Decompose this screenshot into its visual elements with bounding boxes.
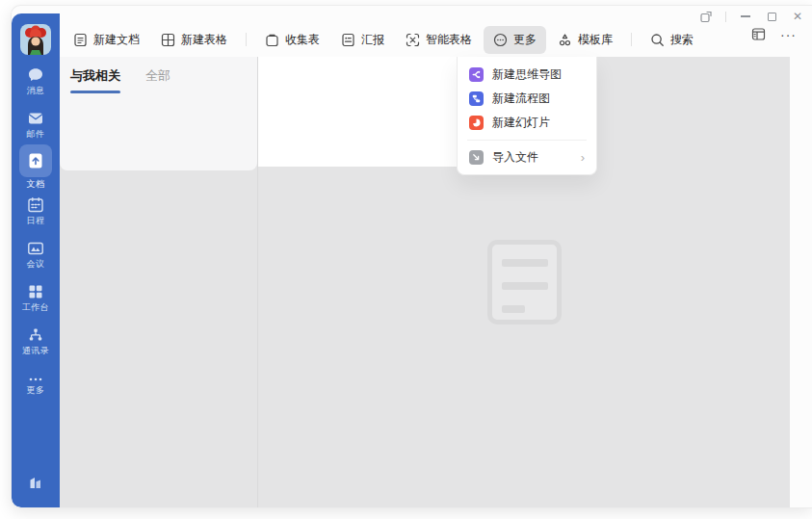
sidebar-item-meetings[interactable]: 会议 — [12, 240, 60, 270]
float-window-icon[interactable] — [699, 10, 713, 23]
tab-label: 全部 — [145, 68, 170, 83]
contacts-icon — [27, 326, 44, 344]
template-library-button[interactable]: 模板库 — [548, 26, 622, 54]
more-label: 更多 — [513, 32, 537, 48]
smart-sheet-label: 智能表格 — [426, 32, 472, 48]
menu-item-new-flowchart[interactable]: 新建流程图 — [458, 87, 596, 111]
new-sheet-label: 新建表格 — [181, 32, 227, 48]
active-tab-underline — [70, 91, 120, 93]
menu-item-label: 新建幻灯片 — [492, 115, 550, 131]
menu-item-import-file[interactable]: 导入文件 › — [458, 145, 596, 169]
document-placeholder-icon — [487, 240, 562, 324]
app-window: ✕ 新建文档 新建表格 收集表 汇报 智能表格 — [11, 5, 812, 508]
mindmap-icon — [469, 67, 484, 82]
report-button[interactable]: 汇报 — [331, 26, 394, 54]
panel-divider — [257, 57, 258, 507]
sidebar-footer[interactable] — [12, 473, 60, 496]
tab-all[interactable]: 全部 — [145, 67, 170, 93]
import-icon — [469, 150, 484, 165]
maximize-button[interactable] — [765, 10, 778, 23]
sidebar-item-label: 邮件 — [12, 129, 60, 140]
toolbar-divider — [246, 33, 247, 46]
sidebar-item-label: 消息 — [12, 86, 60, 96]
menu-item-label: 新建流程图 — [492, 91, 550, 107]
sidebar-item-label: 通讯录 — [12, 346, 60, 356]
report-icon — [341, 33, 355, 47]
doc-list-panel: 与我相关 全部 — [60, 57, 257, 170]
tab-related-to-me[interactable]: 与我相关 — [70, 67, 120, 93]
new-doc-button[interactable]: 新建文档 — [64, 26, 149, 54]
sidebar-item-workbench[interactable]: 工作台 — [12, 283, 60, 313]
active-item-tile — [19, 144, 52, 177]
flowchart-icon — [469, 91, 484, 106]
tab-label: 与我相关 — [70, 68, 120, 83]
sidebar-item-label: 会议 — [12, 259, 60, 270]
close-button[interactable]: ✕ — [791, 10, 804, 23]
sidebar-item-contacts[interactable]: 通讯录 — [12, 326, 60, 356]
more-dropdown-menu: 新建思维导图 新建流程图 新建幻灯片 导入文件 › — [457, 57, 597, 175]
new-doc-label: 新建文档 — [93, 32, 140, 48]
search-label: 搜索 — [670, 32, 694, 48]
menu-item-label: 新建思维导图 — [492, 66, 562, 83]
content-top-strip — [258, 57, 457, 167]
company-icon — [26, 473, 45, 492]
meeting-icon — [27, 240, 44, 257]
new-sheet-button[interactable]: 新建表格 — [151, 26, 237, 54]
calendar-icon — [27, 196, 44, 214]
smart-sheet-icon — [406, 33, 420, 47]
sidebar-item-label: 日程 — [12, 216, 60, 226]
doc-icon — [27, 152, 44, 169]
board-view-icon[interactable] — [751, 27, 766, 41]
chat-icon — [27, 66, 44, 84]
avatar[interactable] — [20, 24, 51, 55]
workbench-icon — [27, 283, 44, 300]
submenu-arrow-icon: › — [581, 151, 585, 164]
collect-form-button[interactable]: 收集表 — [255, 26, 329, 54]
tab-bar: 与我相关 全部 — [60, 57, 257, 93]
sidebar-item-label: 更多 — [12, 385, 60, 396]
sidebar-item-label: 工作台 — [12, 302, 60, 313]
toolbar-right: ··· — [751, 27, 797, 41]
new-sheet-icon — [161, 33, 175, 47]
sidebar-item-more[interactable]: 更多 — [12, 372, 60, 396]
minimize-button[interactable] — [739, 10, 752, 23]
search-icon — [650, 33, 665, 47]
ellipsis-icon — [27, 372, 44, 383]
search-button[interactable]: 搜索 — [641, 26, 703, 54]
new-doc-icon — [73, 33, 88, 47]
more-circle-icon — [493, 33, 508, 47]
menu-item-new-mindmap[interactable]: 新建思维导图 — [458, 63, 596, 87]
collect-form-icon — [265, 33, 279, 47]
slides-icon — [469, 116, 484, 130]
app-sidebar: 消息 邮件 文档 日程 会议 工作台 — [12, 13, 60, 507]
toolbar-divider — [631, 33, 632, 46]
toolbar: 新建文档 新建表格 收集表 汇报 智能表格 更多 — [64, 24, 703, 55]
template-icon — [558, 33, 572, 47]
window-controls: ✕ — [699, 9, 804, 24]
menu-item-new-slides[interactable]: 新建幻灯片 — [458, 111, 596, 135]
report-label: 汇报 — [361, 32, 384, 48]
sidebar-item-docs[interactable]: 文档 — [12, 144, 60, 190]
mail-icon — [27, 110, 44, 127]
collect-form-label: 收集表 — [285, 32, 320, 48]
sidebar-item-messages[interactable]: 消息 — [12, 66, 60, 96]
more-dots-icon[interactable]: ··· — [780, 30, 797, 39]
menu-item-label: 导入文件 — [492, 149, 538, 166]
sidebar-item-mail[interactable]: 邮件 — [12, 110, 60, 140]
desktop: ✕ 新建文档 新建表格 收集表 汇报 智能表格 — [0, 0, 812, 519]
sidebar-item-label: 文档 — [12, 179, 60, 190]
more-button[interactable]: 更多 — [484, 26, 546, 54]
sidebar-item-calendar[interactable]: 日程 — [12, 196, 60, 226]
template-library-label: 模板库 — [578, 32, 613, 48]
smart-sheet-button[interactable]: 智能表格 — [396, 26, 482, 54]
controls-divider — [725, 12, 726, 22]
menu-divider — [467, 140, 587, 141]
